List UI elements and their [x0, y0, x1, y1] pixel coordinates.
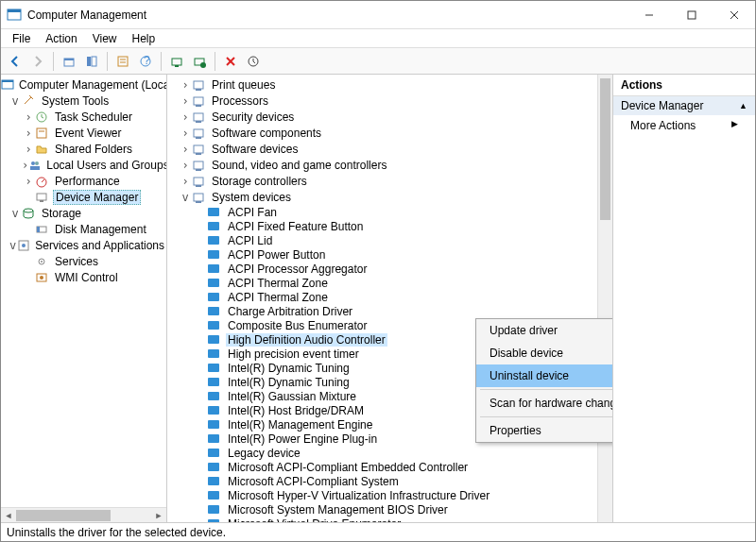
tree-root[interactable]: Computer Management (Local [17, 78, 167, 92]
expand-icon[interactable]: v [9, 207, 22, 220]
tree-services-apps[interactable]: Services and Applications [33, 239, 166, 252]
svg-rect-3 [688, 11, 696, 19]
menu-disable-device[interactable]: Disable device [476, 342, 613, 364]
device-icon [207, 305, 222, 318]
expand-icon[interactable]: v [9, 94, 22, 108]
forward-button[interactable] [27, 51, 48, 72]
menu-properties[interactable]: Properties [476, 419, 613, 442]
device-item[interactable]: Microsoft System Management BIOS Driver [226, 503, 450, 517]
up-button[interactable] [59, 51, 79, 72]
svg-rect-75 [210, 323, 217, 328]
svg-rect-101 [210, 507, 217, 512]
device-item[interactable]: Composite Bus Enumerator [226, 319, 369, 332]
device-item[interactable]: Microsoft Virtual Drive Enumerator [226, 517, 403, 523]
expand-icon[interactable]: › [179, 175, 192, 188]
tree-services[interactable]: Services [53, 255, 100, 268]
device-item[interactable]: ACPI Processor Aggregator [226, 263, 369, 276]
device-item[interactable]: ACPI Lid [226, 234, 274, 247]
vertical-scrollbar[interactable] [597, 75, 612, 522]
tree-storage[interactable]: Storage [40, 207, 83, 220]
update-icon[interactable] [243, 51, 264, 72]
menu-scan-hardware[interactable]: Scan for hardware changes [476, 392, 613, 415]
expand-icon[interactable]: v [179, 191, 192, 204]
device-category[interactable]: Storage controllers [210, 175, 309, 188]
expand-icon[interactable]: › [179, 110, 192, 124]
tree-event-viewer[interactable]: Event Viewer [53, 127, 123, 140]
actions-more[interactable]: More Actions ▶ [613, 115, 755, 136]
device-category[interactable]: Software components [210, 127, 323, 140]
help-icon[interactable]: ? [135, 51, 156, 72]
expand-icon[interactable]: › [179, 143, 192, 156]
svg-rect-83 [210, 380, 217, 384]
expand-icon[interactable]: › [179, 94, 192, 108]
device-item[interactable]: ACPI Fixed Feature Button [226, 220, 365, 233]
device-item[interactable]: Intel(R) Host Bridge/DRAM [226, 404, 366, 417]
device-item[interactable]: High Definition Audio Controller [226, 333, 387, 347]
horizontal-scrollbar[interactable]: ◄► [1, 507, 166, 522]
svg-rect-59 [210, 210, 217, 214]
svg-point-27 [31, 161, 35, 165]
expand-icon[interactable]: › [22, 175, 35, 188]
svg-rect-43 [196, 89, 201, 91]
expand-icon[interactable]: › [22, 143, 35, 156]
show-hide-button[interactable] [81, 51, 102, 72]
expand-icon[interactable]: › [179, 78, 192, 92]
expand-icon[interactable]: › [179, 127, 192, 140]
window-title: Computer Management [27, 8, 627, 22]
device-category[interactable]: Security devices [210, 110, 296, 124]
maximize-button[interactable] [670, 1, 713, 28]
tree-task-scheduler[interactable]: Task Scheduler [53, 110, 134, 124]
device-manager-icon [35, 191, 50, 204]
tree-disk-management[interactable]: Disk Management [53, 223, 148, 236]
back-button[interactable] [5, 51, 26, 72]
tree-device-manager[interactable]: Device Manager [53, 190, 141, 205]
expand-icon[interactable]: › [22, 127, 35, 140]
device-item[interactable]: ACPI Thermal Zone [226, 291, 330, 304]
device-item[interactable]: ACPI Thermal Zone [226, 277, 330, 290]
menu-uninstall-device[interactable]: Uninstall device [476, 364, 613, 387]
tree-wmi[interactable]: WMI Control [53, 271, 120, 284]
menu-help[interactable]: Help [125, 30, 163, 47]
device-category[interactable]: Print queues [210, 78, 277, 92]
expand-icon[interactable]: v [9, 239, 17, 252]
menu-file[interactable]: File [5, 30, 38, 47]
add-hardware-icon[interactable] [189, 51, 210, 72]
device-item[interactable]: Microsoft Hyper-V Virtualization Infrast… [226, 489, 491, 502]
menu-update-driver[interactable]: Update driver [476, 319, 613, 342]
device-item[interactable]: Intel(R) Management Engine [226, 418, 374, 432]
device-item[interactable]: Intel(R) Dynamic Tuning [226, 362, 352, 375]
device-item[interactable]: Microsoft ACPI-Compliant Embedded Contro… [226, 461, 470, 474]
device-item[interactable]: ACPI Power Button [226, 248, 327, 262]
svg-point-18 [200, 62, 206, 68]
actions-group[interactable]: Device Manager ▲ [613, 96, 755, 115]
scan-icon[interactable] [166, 51, 187, 72]
toolbar: ? [1, 48, 755, 75]
device-category[interactable]: Sound, video and game controllers [210, 159, 388, 172]
svg-rect-71 [210, 295, 217, 299]
menu-view[interactable]: View [85, 30, 125, 47]
uninstall-icon[interactable] [220, 51, 241, 72]
device-item[interactable]: Intel(R) Dynamic Tuning [226, 376, 352, 389]
tree-shared-folders[interactable]: Shared Folders [53, 143, 134, 156]
device-item[interactable]: ACPI Fan [226, 206, 279, 219]
device-item[interactable]: Microsoft ACPI-Compliant System [226, 475, 401, 488]
expand-icon[interactable]: › [22, 110, 35, 124]
device-category[interactable]: Software devices [210, 143, 300, 156]
device-item[interactable]: Legacy device [226, 447, 302, 460]
device-item[interactable]: Charge Arbitration Driver [226, 305, 354, 318]
properties-icon[interactable] [112, 51, 133, 72]
tree-system-tools[interactable]: System Tools [40, 94, 111, 108]
close-button[interactable] [713, 1, 755, 28]
tree-local-users[interactable]: Local Users and Groups [44, 159, 167, 172]
device-item[interactable]: Intel(R) Gaussian Mixture [226, 390, 358, 403]
device-category[interactable]: Processors [210, 94, 270, 108]
svg-point-33 [24, 209, 33, 212]
menu-action[interactable]: Action [38, 30, 84, 47]
device-item[interactable]: Intel(R) Power Engine Plug-in [226, 432, 379, 446]
device-item[interactable]: High precision event timer [226, 347, 361, 361]
expand-icon[interactable]: › [179, 159, 192, 172]
device-category-system[interactable]: System devices [210, 191, 293, 204]
tree-performance[interactable]: Performance [53, 175, 122, 188]
expand-icon[interactable]: › [22, 159, 28, 172]
minimize-button[interactable] [627, 1, 670, 28]
